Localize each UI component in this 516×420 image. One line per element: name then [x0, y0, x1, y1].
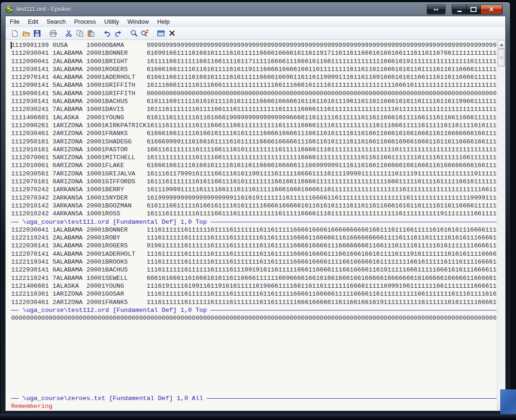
new-file-button[interactable]: [9, 28, 20, 39]
editor-line: 1112970242 1ARKANSA 10001BERRY 161119999…: [11, 186, 497, 194]
editor-line: 0000000000000000000000000000000000000000…: [11, 314, 497, 322]
close-button[interactable]: ×: [480, 5, 503, 14]
blank-line: [11, 330, 497, 338]
editor-line: 1111406681 1ALASKA 20001YOUNG 6161116111…: [11, 114, 497, 122]
blank-line: [11, 370, 497, 378]
paste-icon: [87, 30, 95, 37]
mode-line: —— \uga_course\zeroes.txt [Fundamental D…: [11, 394, 497, 402]
editor-line: 1112030141 3ALABAMA 20001ROGERS 61666166…: [11, 65, 497, 73]
maximize-icon: [470, 7, 477, 12]
copy-icon: [76, 30, 84, 37]
editor-line: 1112030241 7ALABAMA 10001DAVIS 161116111…: [11, 105, 497, 113]
blank-line: [11, 378, 497, 386]
minimize-button[interactable]: [452, 5, 467, 14]
toolbar: [6, 27, 505, 40]
editor-line: 1112070061 5ARIZONA 10001MITCHELL 161111…: [11, 154, 497, 162]
editor-line: 1112910161 4ARIZONA 10001PASTOR 16611611…: [11, 146, 497, 154]
editor-line: 1122119241 2ALABAMA 20001ROBY 1116111111…: [11, 234, 497, 242]
cut-icon: [65, 30, 72, 37]
editor-line: 1122930141 6ALABAMA 20001BACHUS 11161111…: [11, 266, 497, 274]
search-icon: [130, 29, 138, 37]
scroll-up-button[interactable]: [498, 40, 505, 49]
editor-line: 1122110361 1ARIZONA 20001GOSAR 111611111…: [11, 290, 497, 298]
editor-line: 1121406681 1ALASKA 20001YOUNG 1116191111…: [11, 282, 497, 290]
buffer-list-icon: [157, 30, 165, 37]
blank-line: [11, 355, 497, 362]
scroll-up-icon: [500, 44, 503, 46]
menu-edit[interactable]: Edit: [24, 17, 42, 26]
undo-button[interactable]: [101, 28, 112, 39]
window-title: test111.ord - Epsilon: [16, 6, 71, 13]
editor-line: 1112010061 6ARIZONA 20001FLAKE 616661661…: [11, 162, 497, 169]
editor-line: 1122110241 7ALABAMA 10001SEWELL 66616166…: [11, 274, 497, 282]
editor-line: 1119991199 0USA 10000OBAMA 9999999999999…: [11, 41, 497, 49]
editor-line: 1112970342 2ARKANSA 10001SNYDER 16199999…: [11, 194, 497, 202]
search-button[interactable]: [128, 28, 139, 39]
print-button[interactable]: [47, 28, 59, 39]
save-button[interactable]: [32, 28, 43, 39]
blank-line: [11, 346, 497, 354]
menu-window[interactable]: Window: [123, 17, 153, 26]
blank-line: [11, 338, 497, 346]
redo-button[interactable]: [112, 28, 124, 39]
editor-line: 1112010142 3ARKANSA 20001BOOZMAN 6161116…: [11, 202, 497, 210]
editor-line: 1112030561 7ARIZONA 10001GRIJALVA 161116…: [11, 170, 497, 178]
mode-line: —— \uga_course\test112.ord [Fundamental …: [11, 306, 497, 314]
editor-line: 1112010242 4ARKANSA 10001ROSS 1611161111…: [11, 210, 497, 218]
open-file-button[interactable]: [20, 28, 32, 39]
print-icon: [49, 30, 57, 37]
search-replace-button[interactable]: [139, 28, 150, 39]
editor-line: 1112950161 3ARIZONA 20001SHADEGG 6166699…: [11, 138, 497, 146]
text-editor-area[interactable]: 1119991199 0USA 10000OBAMA 9999999999999…: [6, 40, 505, 411]
epsilon-window: test111.ord - Epsilon ↔ × File Edit Sear…: [0, 2, 510, 415]
save-icon: [33, 30, 41, 37]
new-file-icon: [11, 30, 19, 37]
search-replace-icon: [141, 29, 149, 37]
minimize-icon: [457, 11, 462, 12]
menu-search[interactable]: Search: [42, 17, 70, 26]
editor-line: 1122030461 2ARIZONA 20001FRANKS 11161111…: [11, 298, 497, 306]
client-area: File Edit Search Process Utility Window …: [5, 16, 506, 411]
scrollbar-thumb[interactable]: [498, 49, 505, 66]
paste-button[interactable]: [85, 28, 97, 39]
desktop-background: [500, 389, 516, 415]
resize-button[interactable]: ↔: [427, 5, 445, 14]
status-message: Remembering: [11, 402, 497, 410]
editor-line: 1122119341 5ALABAMA 20001BROOKS 11161111…: [11, 258, 497, 266]
mode-line: —— \uga_course\test111.ord [Fundamental …: [11, 218, 497, 226]
undo-icon: [103, 30, 111, 37]
blank-line: [11, 362, 497, 370]
buffer-list-button[interactable]: [155, 28, 166, 39]
editor-line: 1112070161 8ARIZONA 10001GIFFORDS 161116…: [11, 178, 497, 186]
menu-file[interactable]: File: [6, 17, 24, 26]
taskbar: [0, 414, 516, 420]
editor-line: 1112030041 1ALABAMA 20001BONNER 61699166…: [11, 49, 497, 57]
cut-button[interactable]: [63, 28, 74, 39]
menu-utility[interactable]: Utility: [100, 17, 124, 26]
buffer-lines: 1119991199 0USA 10000OBAMA 9999999999999…: [11, 41, 497, 411]
resize-arrows-icon: ↔: [434, 6, 439, 13]
copy-button[interactable]: [74, 28, 85, 39]
redo-icon: [114, 30, 122, 37]
editor-line: 1112090261 1ARIZONA 10001KIRKPATRICK1611…: [11, 122, 497, 129]
editor-line: 1112090141 5ALABAMA 10001GRIFFITH 161116…: [11, 81, 497, 89]
menu-help[interactable]: Help: [153, 17, 174, 26]
maximize-button[interactable]: [467, 5, 480, 14]
blank-line: [11, 387, 497, 394]
vertical-scrollbar[interactable]: [497, 40, 505, 411]
close-icon: ×: [489, 6, 495, 13]
editor-line: 1119090141 5ALABAMA 20001GRIFFITH 000000…: [11, 90, 497, 97]
editor-line: 1112970141 4ALABAMA 20001ADERHOLT 616611…: [11, 73, 497, 81]
editor-line: 1112930141 6ALABAMA 20001BACHUS 61611169…: [11, 97, 497, 105]
editor-line: 1122030041 1ALABAMA 20001BONNER 11161111…: [11, 226, 497, 234]
menu-bar: File Edit Search Process Utility Window …: [6, 16, 505, 27]
delete-icon: [169, 30, 176, 37]
editor-line: 1122970141 4ALABAMA 20001ADERHOLT 111611…: [11, 250, 497, 258]
editor-line: 1122030141 3ALABAMA 20001ROGERS 91961111…: [11, 242, 497, 250]
delete-button[interactable]: [166, 28, 177, 39]
menu-process[interactable]: Process: [70, 17, 100, 26]
editor-line: 1112030461 2ARIZONA 20001FRANKS 61666166…: [11, 129, 497, 137]
title-bar[interactable]: test111.ord - Epsilon ↔ ×: [1, 2, 510, 15]
editor-line: 1112090041 2ALABAMA 10001BRIGHT 16111166…: [11, 58, 497, 65]
open-file-icon: [22, 30, 30, 37]
